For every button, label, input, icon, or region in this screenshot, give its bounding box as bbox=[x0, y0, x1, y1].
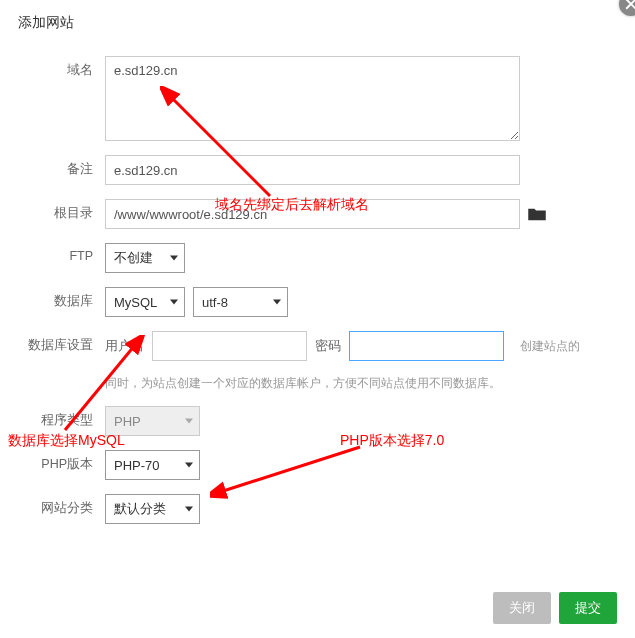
progtype-select: PHP bbox=[105, 406, 200, 436]
folder-icon[interactable] bbox=[528, 207, 546, 221]
label-ftp: FTP bbox=[20, 243, 105, 263]
category-select[interactable]: 默认分类 bbox=[105, 494, 200, 524]
phpver-select[interactable]: PHP-70 bbox=[105, 450, 200, 480]
note-input[interactable] bbox=[105, 155, 520, 185]
chevron-down-icon bbox=[185, 507, 193, 512]
label-note: 备注 bbox=[20, 155, 105, 178]
modal-title: 添加网站 bbox=[0, 0, 635, 46]
db-user-input[interactable] bbox=[152, 331, 307, 361]
label-pass: 密码 bbox=[315, 338, 341, 355]
close-icon bbox=[625, 0, 635, 10]
label-dbset: 数据库设置 bbox=[20, 331, 105, 354]
modal-footer: 关闭 提交 bbox=[493, 592, 617, 624]
db-help-text: 同时，为站点创建一个对应的数据库帐户，方便不同站点使用不同数据库。 bbox=[105, 375, 615, 392]
submit-button[interactable]: 提交 bbox=[559, 592, 617, 624]
root-input[interactable] bbox=[105, 199, 520, 229]
form-body: 域名 备注 根目录 FTP 不创建 数据库 bbox=[0, 46, 635, 524]
label-root: 根目录 bbox=[20, 199, 105, 222]
db-charset-select[interactable]: utf-8 bbox=[193, 287, 288, 317]
chevron-down-icon bbox=[273, 300, 281, 305]
cancel-button[interactable]: 关闭 bbox=[493, 592, 551, 624]
chevron-down-icon bbox=[170, 300, 178, 305]
label-user: 用户名 bbox=[105, 338, 144, 355]
label-phpver: PHP版本 bbox=[20, 450, 105, 473]
chevron-down-icon bbox=[185, 419, 193, 424]
chevron-down-icon bbox=[185, 463, 193, 468]
add-site-modal: 添加网站 域名 备注 根目录 FTP 不创建 bbox=[0, 0, 635, 638]
label-progtype: 程序类型 bbox=[20, 406, 105, 429]
hint-create: 创建站点的 bbox=[520, 338, 580, 355]
ftp-select[interactable]: 不创建 bbox=[105, 243, 185, 273]
label-domain: 域名 bbox=[20, 56, 105, 79]
label-db: 数据库 bbox=[20, 287, 105, 310]
db-pass-input[interactable] bbox=[349, 331, 504, 361]
db-engine-select[interactable]: MySQL bbox=[105, 287, 185, 317]
chevron-down-icon bbox=[170, 256, 178, 261]
label-cat: 网站分类 bbox=[20, 494, 105, 517]
domain-textarea[interactable] bbox=[105, 56, 520, 141]
